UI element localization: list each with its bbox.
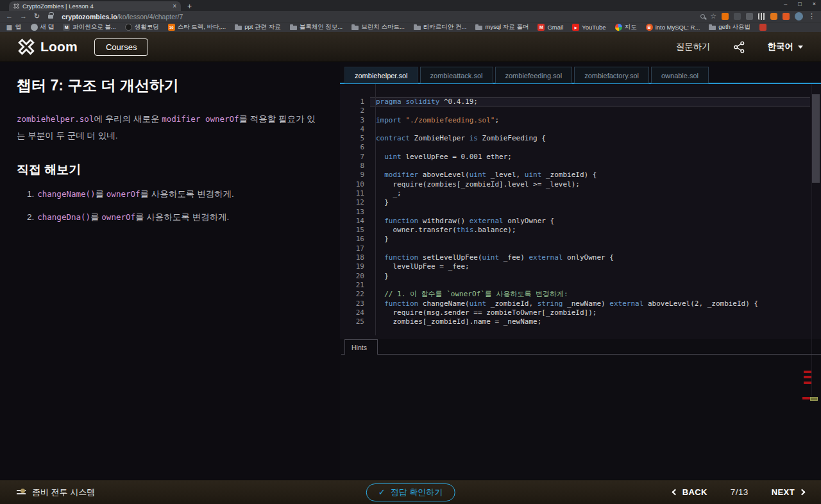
browser-menu-icon[interactable]: ⋮ (808, 12, 815, 21)
loom-brand[interactable]: Loom (18, 38, 78, 55)
forward-icon[interactable]: → (20, 13, 27, 20)
bookmark-item[interactable]: ▶YouTube (572, 24, 605, 31)
code-line: 10 require(zombies[_zombieId].level >= _… (340, 180, 821, 189)
bookmark-item[interactable]: 리카르디안 컨... (414, 23, 467, 31)
window-minimize-button[interactable]: – (784, 1, 787, 7)
address-bar[interactable]: cryptozombies.io/ko/lesson/4/chapter/7 (62, 13, 183, 21)
code-token-txt: levelUpFee = _fee; (376, 262, 470, 271)
code-editor[interactable]: 1pragma solidity ^0.4.19;23import "./zom… (340, 84, 821, 339)
bookmark-item[interactable]: 생활코딩 (125, 23, 159, 31)
inline-code: changeDna() (37, 212, 90, 222)
bookmark-item[interactable]: mysql 자료 폴더 (475, 23, 529, 31)
bookmark-item[interactable]: MGmail (537, 24, 563, 31)
code-token-kw: uint (470, 299, 487, 308)
task-number: 1. (27, 189, 34, 199)
line-number: 3 (340, 116, 370, 125)
line-number: 4 (340, 125, 370, 134)
metamask-icon[interactable] (770, 13, 777, 20)
next-button[interactable]: NEXT (772, 487, 804, 497)
editor-tab-zombiehelper-sol[interactable]: zombiehelper.sol (344, 67, 418, 83)
extension-icon-1[interactable] (722, 13, 729, 20)
code-token-txt: setLevelUpFee( (418, 253, 482, 262)
task-number: 2. (27, 212, 34, 222)
line-number: 11 (340, 189, 370, 198)
code-line: 20 } (340, 272, 821, 281)
dark-circle-icon (125, 24, 132, 31)
bookmark-item[interactable]: 10스타 트랙, 바다,... (168, 23, 226, 31)
check-answer-button[interactable]: ✓ 정답 확인하기 (366, 483, 455, 501)
editor-tab-zombiefactory-sol[interactable]: zombiefactory.sol (574, 67, 649, 83)
editor-tab-zombieattack-sol[interactable]: zombieattack.sol (420, 67, 493, 83)
code-text: require(zombies[_zombieId].level >= _lev… (370, 180, 810, 189)
bookmark-label: 파이썬으로 블... (72, 23, 116, 31)
code-text: owner.transfer(this.balance); (370, 226, 810, 235)
bookmark-item[interactable]: 브런치 스마트... (351, 23, 405, 31)
profile-avatar[interactable] (795, 12, 803, 21)
editor-tab-zombiefeeding-sol[interactable]: zombiefeeding.sol (495, 67, 573, 83)
tab-close-icon[interactable]: × (173, 3, 176, 10)
code-text: contract ZombieHelper is ZombieFeeding { (370, 134, 810, 143)
new-tab-button[interactable]: + (187, 2, 192, 11)
lesson-intro: zombiehelper.sol에 우리의 새로운 modifier owner… (17, 111, 323, 144)
error-marker (804, 382, 811, 384)
code-token-cmt: // 1. 이 함수를 `ownerOf`를 사용하도록 변경하게: (376, 290, 568, 298)
bookmark-item[interactable]: geth 사용법 (709, 23, 750, 31)
extension-icon-3[interactable] (746, 13, 753, 20)
bookmark-star-icon[interactable]: ☆ (710, 13, 716, 20)
folder-icon (351, 26, 359, 30)
code-text: } (370, 198, 810, 207)
code-token-kw: this (457, 226, 474, 234)
bookmark-item[interactable]: M파이썬으로 블... (63, 23, 116, 31)
bookmark-item[interactable]: 블록체인 정보... (290, 23, 343, 31)
code-token-txt: withdraw() (418, 217, 469, 225)
inline-code: ownerOf (106, 189, 140, 199)
bookmark-item[interactable]: 새 탭 (31, 23, 55, 31)
line-number: 5 (340, 134, 370, 143)
browser-tab[interactable]: CryptoZombies | Lesson 4 × (9, 1, 181, 11)
window-close-button[interactable]: × (813, 1, 816, 7)
bookmark-label: 지도 (625, 23, 637, 31)
window-maximize-button[interactable]: □ (798, 1, 801, 7)
folder-icon (475, 26, 482, 30)
ask-question-link[interactable]: 질문하기 (676, 41, 711, 53)
barcode-extension-icon[interactable] (758, 13, 765, 20)
text-segment: 를 (96, 189, 106, 199)
extension-icon-2[interactable] (734, 13, 741, 20)
check-answer-label: 정답 확인하기 (391, 487, 443, 498)
bookmark-label: into MySQL: R... (656, 24, 700, 31)
tab-hints[interactable]: Hints (344, 339, 378, 355)
code-text: } (370, 235, 810, 244)
line-number: 20 (340, 272, 370, 281)
bookmark-item[interactable]: ▦앱 (6, 23, 22, 31)
bookmark-item[interactable]: Binto MySQL: R... (646, 24, 700, 31)
bookmark-item[interactable]: 지도 (615, 23, 637, 31)
search-icon[interactable] (700, 14, 705, 19)
extension-icon-4[interactable] (783, 13, 790, 20)
code-text: modifier aboveLevel(uint _level, uint _z… (370, 171, 810, 180)
editor-scrollbar-thumb[interactable] (812, 94, 820, 183)
courses-button[interactable]: Courses (94, 38, 148, 56)
next-label: NEXT (772, 487, 795, 497)
code-line: 17 (340, 244, 821, 253)
share-icon[interactable] (732, 40, 746, 54)
code-token-txt (376, 253, 384, 262)
inline-code: ownerOf (101, 212, 135, 222)
code-line: 9 modifier aboveLevel(uint _level, uint … (340, 171, 821, 180)
m-badge-icon: M (63, 24, 70, 31)
chevron-down-icon (798, 46, 803, 49)
back-button[interactable]: BACK (673, 487, 707, 497)
back-icon[interactable]: ← (6, 13, 13, 20)
globe-icon (31, 24, 38, 31)
code-token-txt: ^0.4.19; (439, 97, 478, 106)
code-token-kw: external (470, 217, 504, 225)
try-it-heading: 직접 해보기 (17, 162, 323, 178)
editor-tab-ownable-sol[interactable]: ownable.sol (651, 67, 709, 83)
language-selector[interactable]: 한국어 (768, 41, 804, 53)
code-token-txt (376, 171, 384, 179)
code-token-kw: is (470, 134, 478, 142)
bookmark-item[interactable] (759, 24, 766, 31)
b-badge-icon: B (646, 24, 653, 31)
refresh-icon[interactable]: ↻ (34, 13, 40, 20)
code-text: } (370, 272, 810, 281)
bookmark-item[interactable]: ppt 관련 자료 (235, 23, 281, 31)
